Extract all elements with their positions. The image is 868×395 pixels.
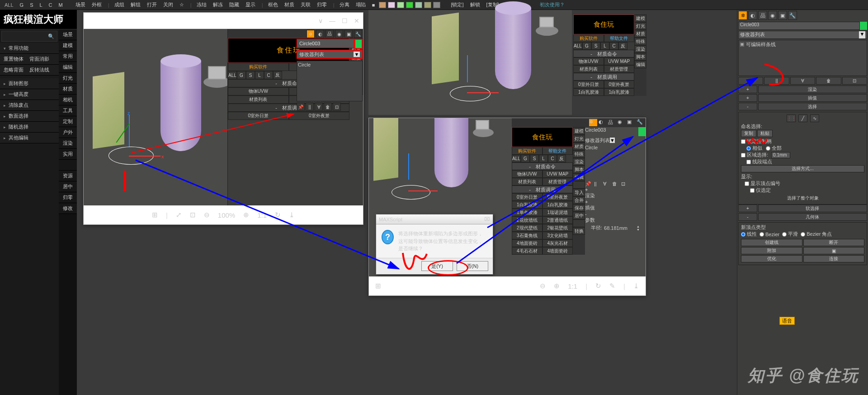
ext-night-button[interactable]: 0室外夜景 — [289, 112, 350, 120]
menu-group[interactable]: 成组 — [112, 0, 127, 9]
matlist-button[interactable]: 材质列表 — [573, 65, 604, 73]
motion-tab-icon[interactable]: ◉ — [335, 30, 343, 38]
swatch-1[interactable] — [379, 2, 386, 8]
menu-detach[interactable]: 分离 — [337, 0, 352, 9]
paint2-button[interactable]: 1白乳胶漆 — [604, 88, 635, 96]
matlist-button[interactable]: 材质列表 — [228, 95, 289, 104]
side-tab[interactable]: 工具 — [59, 105, 77, 116]
ext-night-button[interactable]: 0室外夜景 — [604, 81, 635, 88]
menu-close[interactable]: 关闭 — [160, 0, 176, 9]
filter-l[interactable]: L — [37, 1, 45, 9]
buy-link[interactable]: 购买软件 — [228, 63, 289, 71]
object-name-field[interactable]: Circle003 — [585, 127, 638, 136]
close-icon[interactable]: ✕ — [354, 17, 359, 24]
menu-unlock[interactable]: 解锁 — [467, 0, 483, 9]
area-sel-check[interactable]: 区域选择:0.1mm — [741, 152, 864, 158]
display-tab-icon[interactable]: ▣ — [627, 119, 635, 126]
side-tab[interactable]: 资源 — [59, 171, 77, 181]
lang-button[interactable]: 语音 — [779, 317, 795, 325]
zoomin-icon[interactable]: ⊕ — [554, 282, 560, 290]
break-button[interactable]: 断开 — [803, 239, 865, 246]
side-tab[interactable]: 相机 — [59, 95, 77, 105]
modifier-list-dropdown[interactable]: 修改器列表▼ — [738, 31, 867, 39]
buy-link[interactable]: 购买软件 — [573, 34, 604, 42]
thumbs-icon[interactable]: ⊞ — [375, 282, 381, 290]
swatch-2[interactable] — [388, 2, 395, 8]
help-link[interactable]: 帮助文件 — [542, 147, 573, 155]
render-rollout[interactable]: 渲染 — [758, 86, 867, 93]
hier-tab-icon[interactable]: 品 — [608, 119, 616, 126]
menu-open[interactable]: 打开 — [144, 0, 160, 9]
thumbs-icon[interactable]: ⊞ — [152, 211, 158, 219]
side-tab[interactable]: 场景 — [59, 29, 77, 40]
menu-zero[interactable]: 归零 — [314, 0, 330, 9]
modifier-stack[interactable]: Circle — [297, 61, 363, 101]
zoomout-icon[interactable]: ⊖ — [540, 282, 546, 290]
modify-tab-icon[interactable]: ◐ — [316, 30, 324, 38]
actual-icon[interactable]: 1:1 — [257, 211, 267, 219]
cat-oneheight[interactable]: ▸一键高度 — [0, 89, 59, 100]
cat-common[interactable]: ▾常用功能 — [0, 43, 59, 54]
filter-g[interactable]: G — [17, 1, 27, 9]
zoomout-icon[interactable]: ⊖ — [204, 211, 210, 219]
obj-uvw-button[interactable]: 物体UVW — [228, 87, 289, 95]
menu-unfreeze[interactable]: 解冻 — [210, 0, 226, 9]
swatch-7[interactable] — [433, 2, 440, 8]
softsel-rollout[interactable]: 软选择 — [758, 205, 867, 212]
pin-icon[interactable]: 📌 — [297, 103, 305, 111]
swatch-3[interactable] — [397, 2, 404, 8]
connect-button[interactable]: 连接 — [803, 255, 865, 262]
side-tab[interactable]: 常用 — [59, 51, 77, 62]
edit-icon[interactable]: ✎ — [609, 282, 615, 290]
del-icon[interactable]: 🗑 — [324, 103, 332, 111]
modifier-stack[interactable]: ▣ 可编辑样条线 — [738, 40, 867, 76]
side-tab[interactable]: 户外 — [59, 127, 77, 138]
vertex-sub-icon[interactable]: ⋮⋮ — [787, 114, 796, 122]
menu-collapse[interactable]: 塌陷 — [353, 0, 368, 9]
sub-icon[interactable]: ∀ — [315, 103, 323, 111]
menu-frame[interactable]: 外框 — [89, 0, 104, 9]
menu-hide[interactable]: 隐藏 — [226, 0, 242, 9]
copy-button[interactable]: 复制 — [741, 130, 756, 137]
side-tab[interactable]: 建模 — [59, 40, 77, 51]
menu-star[interactable]: ☆ — [177, 1, 187, 9]
selection-rollout[interactable]: 选择 — [758, 103, 867, 110]
side-tab[interactable]: 实用 — [59, 149, 77, 160]
menu-freeze[interactable]: 冻结 — [194, 0, 209, 9]
attach-button[interactable]: 附加 — [741, 247, 802, 254]
yes-button[interactable]: 是(Y) — [421, 261, 453, 271]
sel-method-button[interactable]: 选择方式... — [741, 165, 864, 172]
cat-randsel[interactable]: ▸随机选择 — [0, 122, 59, 133]
create-tab-icon[interactable]: ✲ — [307, 30, 315, 38]
motion-tab-icon[interactable]: ◉ — [618, 119, 626, 126]
paint1-button[interactable]: 1白乳胶漆 — [573, 88, 604, 96]
util-tab-icon[interactable]: 🔧 — [637, 119, 645, 126]
motion-tab-icon[interactable]: ◉ — [768, 11, 777, 20]
maximize-icon[interactable]: ☐ — [342, 17, 348, 24]
row-ignore-flip[interactable]: 忽略背面反转法线 — [0, 65, 59, 76]
util-tab-icon[interactable]: 🔧 — [788, 11, 797, 20]
side-tab[interactable]: 归零 — [59, 192, 77, 203]
menu-ungroup[interactable]: 解组 — [128, 0, 143, 9]
swatch-4[interactable] — [406, 2, 413, 8]
cfg-icon[interactable]: ⊡ — [333, 103, 341, 111]
cat-cleanverts[interactable]: ▸清除废点 — [0, 100, 59, 111]
display-tab-icon[interactable]: ▣ — [778, 11, 787, 20]
display-tab-icon[interactable]: ▣ — [344, 30, 353, 38]
cat-facesel[interactable]: ▸数面选择 — [0, 111, 59, 122]
modify-tab-icon[interactable]: ◐ — [748, 11, 757, 20]
collapse-icon[interactable]: ∨ — [318, 17, 323, 24]
show-vert-num-check[interactable]: 显示顶点编号 — [741, 180, 864, 187]
only-sel-check[interactable]: 仅选定 — [741, 187, 864, 194]
hier-tab-icon[interactable]: 品 — [758, 11, 767, 20]
color-swatch[interactable] — [860, 22, 867, 30]
cat-other[interactable]: ▸其他编辑 — [0, 133, 59, 143]
fullscreen-icon[interactable]: ⤢ — [176, 211, 182, 219]
hier-tab-icon[interactable]: 品 — [326, 30, 334, 38]
menu-link[interactable]: 关联 — [298, 0, 313, 9]
rotate-icon[interactable]: ↻ — [595, 282, 601, 290]
zoomin-icon[interactable]: ⊕ — [243, 211, 249, 219]
radius-field[interactable]: 68.181mm — [604, 225, 635, 231]
side-tab[interactable]: 编辑 — [59, 62, 77, 73]
row-reset-backface[interactable]: 重置物体背面消影 — [0, 54, 59, 65]
